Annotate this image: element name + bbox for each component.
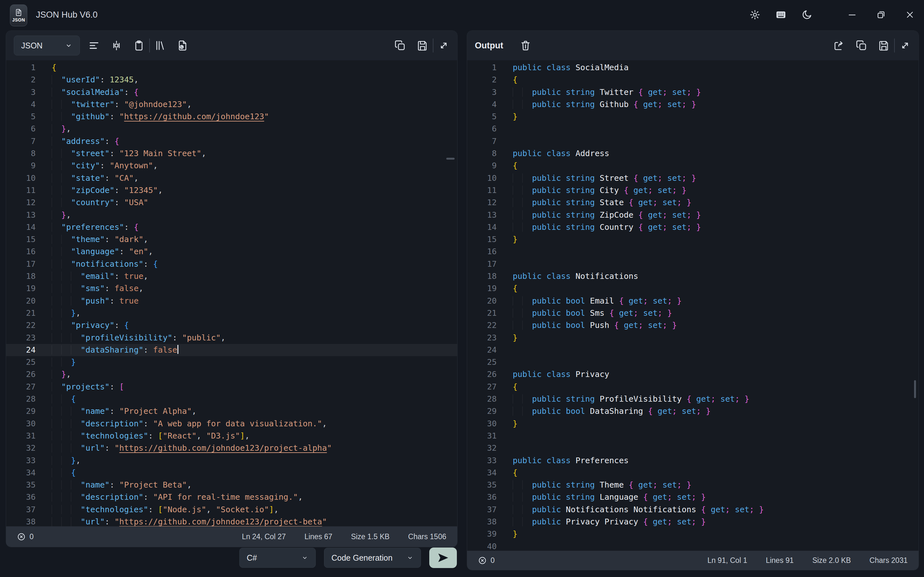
code-line: 25 } — [6, 356, 457, 368]
line-number: 6 — [6, 123, 36, 135]
code-line: 36 public string Language { get; set; } — [467, 491, 919, 503]
code-content: }, — [36, 368, 71, 380]
code-line: 10 public string Street { get; set; } — [467, 172, 919, 184]
code-content: public bool Push { get; set; } — [497, 319, 677, 332]
code-line: 29 "name": "Project Alpha", — [6, 405, 457, 417]
library-button[interactable] — [154, 40, 166, 51]
code-line: 29 public bool DataSharing { get; set; } — [467, 405, 919, 417]
line-number: 38 — [6, 516, 36, 526]
line-number: 12 — [6, 197, 36, 209]
line-number: 17 — [6, 258, 36, 270]
code-content: "street": "123 Main Street", — [36, 147, 206, 160]
output-code-editor[interactable]: 1public class SocialMedia2{3 public stri… — [467, 60, 919, 551]
code-line: 38 public Privacy Privacy { get; set; } — [467, 516, 919, 528]
line-number: 19 — [467, 282, 497, 295]
run-generation-button[interactable] — [429, 548, 457, 568]
text-cursor — [178, 345, 178, 354]
window-title: JSON Hub V6.0 — [36, 0, 97, 29]
line-number: 17 — [467, 258, 497, 270]
trash-icon — [520, 40, 531, 51]
line-number: 22 — [467, 319, 497, 332]
code-content: public string City { get; set; } — [497, 184, 687, 197]
code-line: 5 "github": "https://github.com/johndoe1… — [6, 111, 457, 123]
code-line: 14 public string Country { get; set; } — [467, 221, 919, 234]
expand-input-button[interactable] — [438, 40, 449, 51]
expand-icon — [438, 40, 449, 51]
code-content: "privacy": { — [36, 319, 129, 332]
clear-output-button[interactable] — [520, 40, 531, 51]
copy-input-button[interactable] — [394, 40, 406, 51]
code-content — [497, 135, 513, 147]
code-line: 20 "push": true — [6, 295, 457, 307]
line-number: 11 — [467, 184, 497, 197]
code-line: 12 public string State { get; set; } — [467, 197, 919, 209]
left-editor-scrollbar-thumb[interactable] — [446, 158, 455, 160]
code-line: 9{ — [467, 160, 919, 172]
clipboard-paste-icon — [133, 40, 145, 51]
code-line: 36 "description": "API for real-time mes… — [6, 491, 457, 503]
maximize-button[interactable] — [876, 10, 886, 20]
code-content — [497, 540, 513, 551]
code-content: "description": "A web app for data visua… — [36, 418, 327, 430]
minimize-button[interactable] — [847, 10, 857, 20]
minify-json-button[interactable] — [111, 40, 122, 51]
code-line: 15} — [467, 234, 919, 245]
code-line: 22 "privacy": { — [6, 319, 457, 332]
code-content: public string Theme { get; set; } — [497, 479, 691, 491]
paste-button[interactable] — [133, 40, 145, 51]
keyboard-button[interactable] — [775, 9, 787, 21]
line-number: 33 — [6, 455, 36, 467]
code-line: 4 "twitter": "@johndoe123", — [6, 98, 457, 111]
mode-select-value: Code Generation — [331, 553, 393, 562]
format-json-button[interactable] — [88, 40, 100, 51]
code-line: 8 "street": "123 Main Street", — [6, 147, 457, 160]
line-number: 5 — [6, 111, 36, 123]
code-line: 20 public bool Email { get; set; } — [467, 295, 919, 307]
line-number: 26 — [6, 368, 36, 380]
share-output-button[interactable] — [833, 40, 845, 51]
save-output-button[interactable] — [878, 40, 890, 51]
code-content: { — [36, 61, 57, 74]
code-line: 16 "language": "en", — [6, 245, 457, 258]
format-select[interactable]: JSON — [14, 35, 80, 55]
line-number: 26 — [467, 368, 497, 380]
line-number: 7 — [6, 135, 36, 147]
line-number: 1 — [6, 61, 36, 74]
code-line: 13 }, — [6, 209, 457, 221]
code-line: 35 public string Theme { get; set; } — [467, 479, 919, 491]
language-select[interactable]: C# — [239, 548, 316, 568]
line-number: 19 — [6, 282, 36, 295]
code-content: public string Street { get; set; } — [497, 172, 696, 184]
output-panel: Output — [467, 31, 919, 570]
code-line: 32 — [467, 442, 919, 454]
code-content: } — [36, 356, 76, 368]
code-line: 3 "socialMedia": { — [6, 86, 457, 98]
load-file-button[interactable] — [177, 40, 188, 51]
send-icon — [437, 552, 449, 564]
settings-button[interactable] — [750, 9, 760, 20]
line-number: 32 — [6, 442, 36, 454]
code-content: "address": { — [36, 135, 120, 147]
code-line: 27 "projects": [ — [6, 381, 457, 393]
close-button[interactable] — [905, 10, 915, 20]
code-content: }, — [36, 455, 81, 467]
save-input-button[interactable] — [417, 40, 428, 51]
expand-output-button[interactable] — [899, 40, 911, 51]
copy-icon — [856, 40, 867, 51]
code-line: 11 public string City { get; set; } — [467, 184, 919, 197]
code-content: "zipCode": "12345", — [36, 184, 163, 197]
code-line: 24 — [467, 344, 919, 356]
json-code-editor[interactable]: 1{2 "userId": 12345,3 "socialMedia": {4 … — [6, 60, 457, 526]
mode-select[interactable]: Code Generation — [324, 548, 421, 568]
cursor-position: Ln 24, Col 27 — [242, 532, 286, 541]
moon-icon — [801, 9, 813, 20]
line-number: 20 — [467, 295, 497, 307]
right-editor-scrollbar-thumb[interactable] — [914, 380, 916, 398]
titlebar: JSON JSON Hub V6.0 — [0, 0, 924, 29]
line-number: 29 — [6, 405, 36, 417]
theme-toggle-button[interactable] — [801, 9, 813, 20]
format-select-value: JSON — [21, 41, 43, 50]
line-number: 21 — [467, 307, 497, 319]
code-content — [497, 442, 513, 454]
copy-output-button[interactable] — [856, 40, 867, 51]
